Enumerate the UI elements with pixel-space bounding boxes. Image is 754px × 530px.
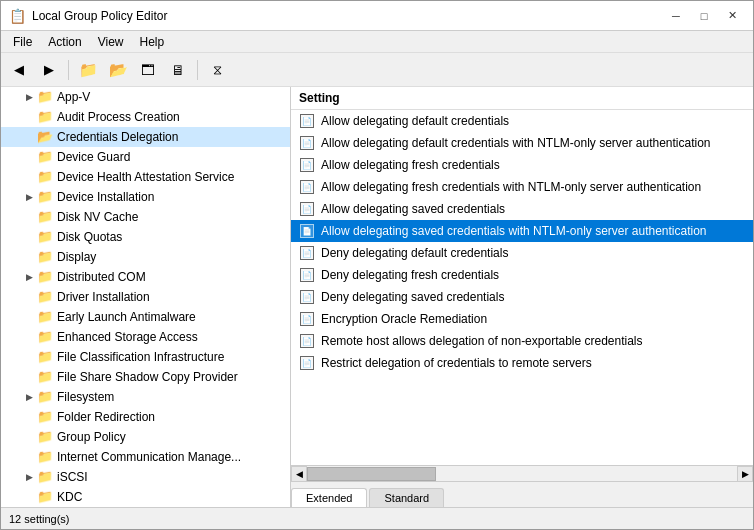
menu-help[interactable]: Help — [132, 33, 173, 51]
folder-icon-early-launch: 📁 — [37, 309, 53, 325]
back-button2[interactable]: 🖥 — [164, 57, 192, 83]
list-item-allow-fresh-ntlm[interactable]: 📄 Allow delegating fresh credentials wit… — [291, 176, 753, 198]
right-horizontal-scrollbar[interactable]: ◀ ▶ — [291, 465, 753, 481]
tree-item-display[interactable]: 📁 Display — [1, 247, 290, 267]
policy-icon-inner-9: 📄 — [300, 290, 314, 304]
policy-icon-restrict-delegation: 📄 — [299, 355, 315, 371]
tree-item-appv[interactable]: ▶ 📁 App-V — [1, 87, 290, 107]
right-pane-header: Setting — [291, 87, 753, 110]
back-button[interactable]: ◀ — [5, 57, 33, 83]
tree-label-display: Display — [57, 250, 96, 264]
list-item-remote-host[interactable]: 📄 Remote host allows delegation of non-e… — [291, 330, 753, 352]
list-item-allow-default[interactable]: 📄 Allow delegating default credentials — [291, 110, 753, 132]
folder-icon-distributed-com: 📁 — [37, 269, 53, 285]
folder-icon-iscsi: 📁 — [37, 469, 53, 485]
forward-button[interactable]: ▶ — [35, 57, 63, 83]
up-button[interactable]: 📂 — [104, 57, 132, 83]
tab-extended[interactable]: Extended — [291, 488, 367, 507]
folder-icon-disk-nv: 📁 — [37, 209, 53, 225]
list-label-allow-saved: Allow delegating saved credentials — [321, 202, 505, 216]
expand-arrow-appv: ▶ — [21, 89, 37, 105]
tree-label-disk-quotas: Disk Quotas — [57, 230, 122, 244]
tree-item-device-guard[interactable]: 📁 Device Guard — [1, 147, 290, 167]
list-item-deny-saved[interactable]: 📄 Deny delegating saved credentials — [291, 286, 753, 308]
menu-file[interactable]: File — [5, 33, 40, 51]
tree-item-disk-nv[interactable]: 📁 Disk NV Cache — [1, 207, 290, 227]
tree-label-device-install: Device Installation — [57, 190, 154, 204]
tree-label-folder-redirect: Folder Redirection — [57, 410, 155, 424]
folder-icon-display: 📁 — [37, 249, 53, 265]
right-list[interactable]: 📄 Allow delegating default credentials 📄… — [291, 110, 753, 465]
list-label-remote-host: Remote host allows delegation of non-exp… — [321, 334, 643, 348]
tree-item-credentials[interactable]: 📂 Credentials Delegation — [1, 127, 290, 147]
list-item-deny-default[interactable]: 📄 Deny delegating default credentials — [291, 242, 753, 264]
tree-item-audit[interactable]: 📁 Audit Process Creation — [1, 107, 290, 127]
menu-view[interactable]: View — [90, 33, 132, 51]
new-window-button[interactable]: 🗔 — [134, 57, 162, 83]
list-item-allow-saved-ntlm[interactable]: 📄 Allow delegating saved credentials wit… — [291, 220, 753, 242]
tree-item-device-install[interactable]: ▶ 📁 Device Installation — [1, 187, 290, 207]
menu-action[interactable]: Action — [40, 33, 89, 51]
tab-standard[interactable]: Standard — [369, 488, 444, 507]
folder-icon-filesystem: 📁 — [37, 389, 53, 405]
tree-label-disk-nv: Disk NV Cache — [57, 210, 138, 224]
main-content: ▶ 📁 App-V 📁 Audit Process Creation 📂 Cre… — [1, 87, 753, 507]
tree-label-credentials: Credentials Delegation — [57, 130, 178, 144]
tree-item-device-health[interactable]: 📁 Device Health Attestation Service — [1, 167, 290, 187]
policy-icon-deny-fresh: 📄 — [299, 267, 315, 283]
policy-icon-inner-8: 📄 — [300, 268, 314, 282]
tree-label-kdc: KDC — [57, 490, 82, 504]
folder-icon-enhanced-storage: 📁 — [37, 329, 53, 345]
tree-item-driver-install[interactable]: 📁 Driver Installation — [1, 287, 290, 307]
policy-icon-inner-2: 📄 — [300, 136, 314, 150]
folder-icon-kdc: 📁 — [37, 489, 53, 505]
menu-bar: File Action View Help — [1, 31, 753, 53]
main-window: 📋 Local Group Policy Editor ─ □ ✕ File A… — [0, 0, 754, 530]
tree-item-disk-quotas[interactable]: 📁 Disk Quotas — [1, 227, 290, 247]
list-item-allow-default-ntlm[interactable]: 📄 Allow delegating default credentials w… — [291, 132, 753, 154]
title-bar-left: 📋 Local Group Policy Editor — [9, 8, 167, 24]
scroll-left-button[interactable]: ◀ — [291, 466, 307, 482]
policy-icon-deny-default: 📄 — [299, 245, 315, 261]
maximize-button[interactable]: □ — [691, 6, 717, 26]
tree-item-filesystem[interactable]: ▶ 📁 Filesystem — [1, 387, 290, 407]
folder-icon-credentials: 📂 — [37, 129, 53, 145]
folder-icon-driver-install: 📁 — [37, 289, 53, 305]
folder-button[interactable]: 📁 — [74, 57, 102, 83]
list-item-allow-fresh[interactable]: 📄 Allow delegating fresh credentials — [291, 154, 753, 176]
tree-item-early-launch[interactable]: 📁 Early Launch Antimalware — [1, 307, 290, 327]
expand-arrow-filesystem: ▶ — [21, 389, 37, 405]
tree-item-kdc[interactable]: 📁 KDC — [1, 487, 290, 507]
list-item-deny-fresh[interactable]: 📄 Deny delegating fresh credentials — [291, 264, 753, 286]
tree-label-enhanced-storage: Enhanced Storage Access — [57, 330, 198, 344]
title-bar-controls: ─ □ ✕ — [663, 6, 745, 26]
list-label-encryption-oracle: Encryption Oracle Remediation — [321, 312, 487, 326]
minimize-button[interactable]: ─ — [663, 6, 689, 26]
tree-item-enhanced-storage[interactable]: 📁 Enhanced Storage Access — [1, 327, 290, 347]
list-item-encryption-oracle[interactable]: 📄 Encryption Oracle Remediation — [291, 308, 753, 330]
list-item-allow-saved[interactable]: 📄 Allow delegating saved credentials — [291, 198, 753, 220]
policy-icon-allow-fresh: 📄 — [299, 157, 315, 173]
tree-item-distributed-com[interactable]: ▶ 📁 Distributed COM — [1, 267, 290, 287]
hscroll-thumb[interactable] — [307, 467, 436, 481]
tree-label-distributed-com: Distributed COM — [57, 270, 146, 284]
tree-item-file-share[interactable]: 📁 File Share Shadow Copy Provider — [1, 367, 290, 387]
filter-button[interactable]: ⧖ — [203, 57, 231, 83]
hscroll-track[interactable] — [307, 467, 737, 481]
close-button[interactable]: ✕ — [719, 6, 745, 26]
tree-item-iscsi[interactable]: ▶ 📁 iSCSI — [1, 467, 290, 487]
policy-icon-encryption-oracle: 📄 — [299, 311, 315, 327]
tree-item-folder-redirect[interactable]: 📁 Folder Redirection — [1, 407, 290, 427]
folder-icon-appv: 📁 — [37, 89, 53, 105]
tree-item-group-policy[interactable]: 📁 Group Policy — [1, 427, 290, 447]
tree-label-iscsi: iSCSI — [57, 470, 88, 484]
scroll-right-button[interactable]: ▶ — [737, 466, 753, 482]
expand-arrow-iscsi: ▶ — [21, 469, 37, 485]
list-item-restrict-delegation[interactable]: 📄 Restrict delegation of credentials to … — [291, 352, 753, 374]
list-label-restrict-delegation: Restrict delegation of credentials to re… — [321, 356, 592, 370]
tree-item-file-class[interactable]: 📁 File Classification Infrastructure — [1, 347, 290, 367]
policy-icon-inner-7: 📄 — [300, 246, 314, 260]
folder-icon-disk-quotas: 📁 — [37, 229, 53, 245]
folder-icon-device-install: 📁 — [37, 189, 53, 205]
tree-item-internet-comm[interactable]: 📁 Internet Communication Manage... — [1, 447, 290, 467]
